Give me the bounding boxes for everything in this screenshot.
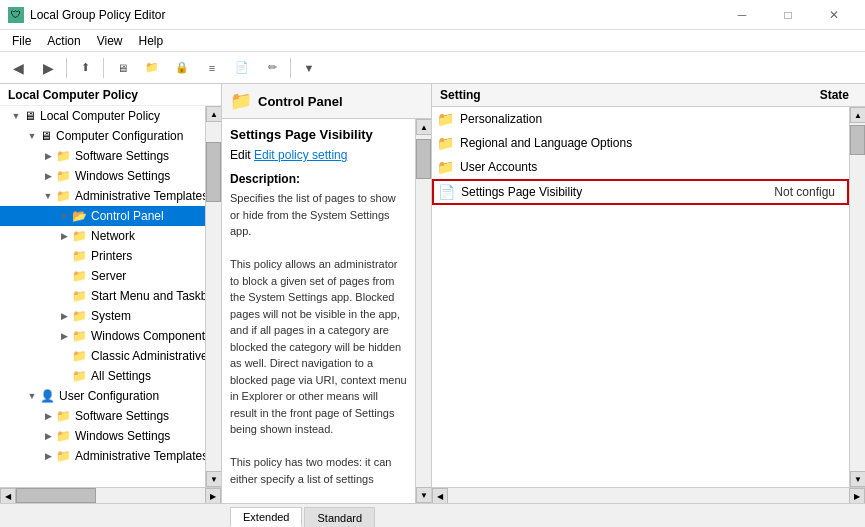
- tree-toggle-sys[interactable]: [56, 306, 72, 326]
- tree-toggle-ss[interactable]: [40, 146, 56, 166]
- tree-label-sys: System: [91, 309, 131, 323]
- tree-item-windows-components[interactable]: 📁 Windows Components: [0, 326, 205, 346]
- right-scroll-thumb[interactable]: [850, 125, 865, 155]
- menu-help[interactable]: Help: [131, 32, 172, 50]
- titlebar: 🛡 Local Group Policy Editor ─ □ ✕: [0, 0, 865, 30]
- tab-extended[interactable]: Extended: [230, 507, 302, 527]
- toolbar-up[interactable]: ⬆: [71, 55, 99, 81]
- right-hscroll-right[interactable]: ▶: [849, 488, 865, 503]
- tree-hscroll-left[interactable]: ◀: [0, 488, 16, 503]
- right-item-personalization[interactable]: 📁 Personalization: [432, 107, 849, 131]
- titlebar-controls: ─ □ ✕: [719, 0, 857, 30]
- tree-item-computer-config[interactable]: 🖥 Computer Configuration: [0, 126, 205, 146]
- tree-item-start-menu[interactable]: 📁 Start Menu and Taskbar: [0, 286, 205, 306]
- mid-scroll-track[interactable]: [416, 135, 431, 487]
- right-hscroll-track[interactable]: [448, 488, 849, 503]
- tree-item-software-settings[interactable]: 📁 Software Settings: [0, 146, 205, 166]
- tree-item-software-settings-uc[interactable]: 📁 Software Settings: [0, 406, 205, 426]
- toolbar-filter[interactable]: ▼: [295, 55, 323, 81]
- edit-policy-link[interactable]: Edit policy setting: [254, 148, 347, 162]
- toolbar: ◀ ▶ ⬆ 🖥 📁 🔒 ≡ 📄 ✏ ▼: [0, 52, 865, 84]
- toolbar-list[interactable]: ≡: [198, 55, 226, 81]
- tree-item-admin-templates-cc[interactable]: 📁 Administrative Templates: [0, 186, 205, 206]
- toolbar-forward[interactable]: ▶: [34, 55, 62, 81]
- tree-item-local-computer-policy[interactable]: 🖥 Local Computer Policy: [0, 106, 205, 126]
- tree-hscroll-track[interactable]: [16, 488, 205, 503]
- right-panel: Setting State 📁 Personalization 📁 Region…: [432, 84, 865, 503]
- middle-desc-text: Specifies the list of pages to show or h…: [230, 190, 407, 487]
- tree-label-ss: Software Settings: [75, 149, 169, 163]
- tree-toggle-at-uc[interactable]: [40, 446, 56, 466]
- tree-item-classic-admin[interactable]: 📁 Classic Administrative Tem: [0, 346, 205, 366]
- right-hscroll-left[interactable]: ◀: [432, 488, 448, 503]
- tree-item-network[interactable]: 📁 Network: [0, 226, 205, 246]
- tree-hscrollbar[interactable]: ◀ ▶: [0, 487, 221, 503]
- tree-scroll-up[interactable]: ▲: [206, 106, 221, 122]
- minimize-button[interactable]: ─: [719, 0, 765, 30]
- mid-scroll-up[interactable]: ▲: [416, 119, 431, 135]
- tree-toggle-ws-uc[interactable]: [40, 426, 56, 446]
- right-item-regional[interactable]: 📁 Regional and Language Options: [432, 131, 849, 155]
- tree-toggle-at[interactable]: [40, 186, 56, 206]
- toolbar-lock[interactable]: 🔒: [168, 55, 196, 81]
- middle-desc-title: Description:: [230, 172, 407, 186]
- right-scroll-track[interactable]: [850, 123, 865, 471]
- tree-icon-cc: 🖥: [40, 129, 52, 143]
- tree-toggle-net[interactable]: [56, 226, 72, 246]
- tree-toggle-uc[interactable]: [24, 386, 40, 406]
- toolbar-back[interactable]: ◀: [4, 55, 32, 81]
- right-icon-user-accounts: 📁: [437, 159, 454, 175]
- tree-item-admin-templates-uc[interactable]: 📁 Administrative Templates: [0, 446, 205, 466]
- right-scroll-down[interactable]: ▼: [850, 471, 865, 487]
- right-item-settings-page-vis[interactable]: 📄 Settings Page Visibility Not configu: [432, 179, 849, 205]
- tree-item-user-config[interactable]: 👤 User Configuration: [0, 386, 205, 406]
- tree-hscroll-right[interactable]: ▶: [205, 488, 221, 503]
- toolbar-edit[interactable]: ✏: [258, 55, 286, 81]
- middle-text-area: Settings Page Visibility Edit Edit polic…: [222, 119, 415, 503]
- tree-item-server[interactable]: 📁 Server: [0, 266, 205, 286]
- mid-scroll-thumb[interactable]: [416, 139, 431, 179]
- tree-icon-uc: 👤: [40, 389, 55, 403]
- tree-label-net: Network: [91, 229, 135, 243]
- tree-item-all-settings[interactable]: 📁 All Settings: [0, 366, 205, 386]
- toolbar-folder[interactable]: 📁: [138, 55, 166, 81]
- app-icon: 🛡: [8, 7, 24, 23]
- tree-icon-ws: 📁: [56, 169, 71, 183]
- toolbar-separator-1: [66, 58, 67, 78]
- right-scrollbar-h[interactable]: ◀ ▶: [432, 487, 865, 503]
- middle-scrollbar[interactable]: ▲ ▼: [415, 119, 431, 503]
- tree-item-windows-settings-uc[interactable]: 📁 Windows Settings: [0, 426, 205, 446]
- menu-file[interactable]: File: [4, 32, 39, 50]
- menu-action[interactable]: Action: [39, 32, 88, 50]
- mid-scroll-down[interactable]: ▼: [416, 487, 431, 503]
- tree-hscroll-thumb[interactable]: [16, 488, 96, 503]
- tree-scroll-thumb[interactable]: [206, 142, 221, 202]
- right-label-regional: Regional and Language Options: [460, 136, 744, 150]
- edit-label: Edit: [230, 148, 254, 162]
- tree-label-cp: Control Panel: [91, 209, 164, 223]
- tree-toggle-ws[interactable]: [40, 166, 56, 186]
- right-scroll-up[interactable]: ▲: [850, 107, 865, 123]
- tree-toggle-local[interactable]: [8, 106, 24, 126]
- tree-toggle-wc[interactable]: [56, 326, 72, 346]
- tree-toggle-cc[interactable]: [24, 126, 40, 146]
- tree-item-printers[interactable]: 📁 Printers: [0, 246, 205, 266]
- right-label-personalization: Personalization: [460, 112, 744, 126]
- tree-scrollbar[interactable]: ▲ ▼: [205, 106, 221, 487]
- tree-scroll-track[interactable]: [206, 122, 221, 471]
- tree-item-windows-settings-cc[interactable]: 📁 Windows Settings: [0, 166, 205, 186]
- tree-scroll-down[interactable]: ▼: [206, 471, 221, 487]
- right-item-user-accounts[interactable]: 📁 User Accounts: [432, 155, 849, 179]
- toolbar-doc[interactable]: 📄: [228, 55, 256, 81]
- tab-standard[interactable]: Standard: [304, 507, 375, 527]
- tree-item-system[interactable]: 📁 System: [0, 306, 205, 326]
- menu-view[interactable]: View: [89, 32, 131, 50]
- toolbar-show-hide[interactable]: 🖥: [108, 55, 136, 81]
- maximize-button[interactable]: □: [765, 0, 811, 30]
- right-scrollbar-v[interactable]: ▲ ▼: [849, 107, 865, 487]
- right-header: Setting State: [432, 84, 865, 107]
- close-button[interactable]: ✕: [811, 0, 857, 30]
- tree-item-control-panel[interactable]: 📂 Control Panel: [0, 206, 205, 226]
- tree-toggle-cp[interactable]: [56, 206, 72, 226]
- tree-toggle-ss-uc[interactable]: [40, 406, 56, 426]
